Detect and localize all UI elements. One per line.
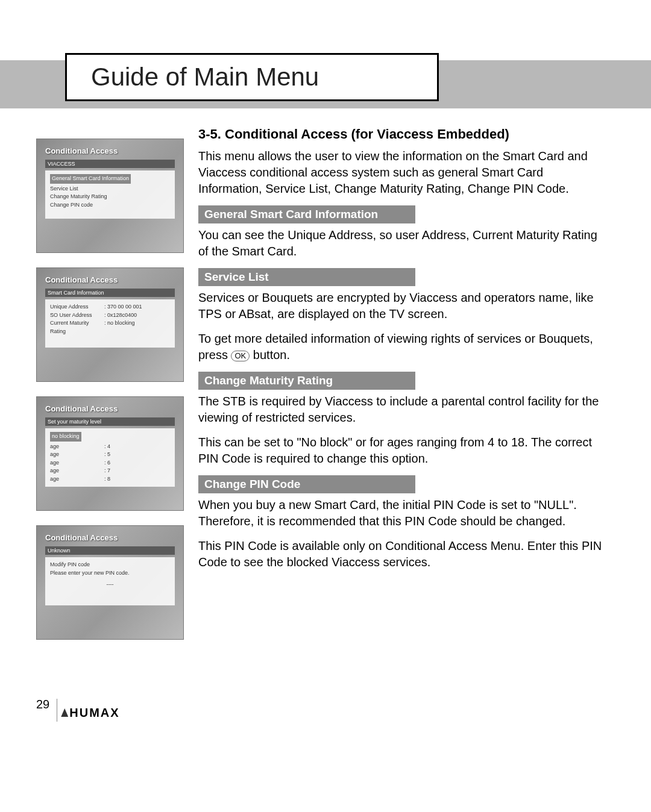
menu-item: General Smart Card Information — [50, 174, 131, 184]
screenshot-maturity-level: Conditional Access Set your maturity lev… — [36, 396, 184, 511]
screenshot-title: Conditional Access — [45, 146, 118, 155]
service-body1: Services or Bouquets are encrypted by Vi… — [198, 290, 609, 322]
subsection-general-banner: General Smart Card Information — [198, 205, 415, 223]
age-value: : 6 — [104, 459, 170, 467]
info-key: SO User Address — [50, 311, 104, 320]
pin-body1: When you buy a new Smart Card, the initi… — [198, 497, 609, 529]
screenshot-viaccess-menu: Conditional Access VIACCESS General Smar… — [36, 139, 184, 253]
pin-entry: ---- — [50, 581, 170, 589]
info-value: : no blocking — [104, 319, 170, 336]
general-body: You can see the Unique Address, so user … — [198, 227, 609, 260]
footer-divider — [57, 699, 57, 722]
screenshot-subtitle: Unknown — [45, 546, 175, 555]
menu-item: Change Maturity Rating — [50, 193, 107, 199]
age-key: age — [50, 451, 104, 459]
page-title: Guide of Main Menu — [91, 63, 319, 92]
age-key: age — [50, 467, 104, 475]
screenshot-body: Unique Address: 370 00 00 001 SO User Ad… — [45, 299, 175, 348]
screenshot-subtitle: VIACCESS — [45, 160, 175, 168]
screenshot-smartcard-info: Conditional Access Smart Card Informatio… — [36, 267, 184, 382]
ok-button-icon: OK — [231, 351, 250, 361]
page-number: 29 — [36, 698, 53, 711]
maturity-body1: The STB is required by Viaccess to inclu… — [198, 393, 609, 426]
info-key: Current Maturity Rating — [50, 319, 104, 336]
screenshot-body: Modify PIN code Please enter your new PI… — [45, 557, 175, 605]
title-box: Guide of Main Menu — [65, 53, 439, 101]
subsection-maturity-banner: Change Maturity Rating — [198, 372, 415, 390]
age-key: age — [50, 475, 104, 484]
screenshot-subtitle: Set your maturity level — [45, 417, 175, 426]
screenshot-title: Conditional Access — [45, 275, 118, 284]
pin-line: Modify PIN code — [50, 561, 170, 569]
screenshot-column: Conditional Access VIACCESS General Smar… — [36, 124, 184, 640]
age-value: : 7 — [104, 467, 170, 475]
age-key: age — [50, 443, 104, 451]
info-value: : 370 00 00 001 — [104, 303, 170, 311]
pin-body2: This PIN Code is available only on Condi… — [198, 538, 609, 570]
info-key: Unique Address — [50, 303, 104, 311]
screenshot-title: Conditional Access — [45, 404, 118, 413]
menu-item: Service List — [50, 186, 78, 192]
maturity-selected: no blocking — [50, 432, 81, 442]
footer: 29 HUMAX — [36, 698, 120, 722]
screenshot-pin-code: Conditional Access Unknown Modify PIN co… — [36, 525, 184, 640]
age-key: age — [50, 459, 104, 467]
menu-item: Change PIN code — [50, 202, 93, 208]
subsection-pin-banner: Change PIN Code — [198, 475, 415, 493]
pin-line: Please enter your new PIN code. — [50, 569, 170, 578]
age-value: : 4 — [104, 443, 170, 451]
main-text-column: 3-5. Conditional Access (for Viaccess Em… — [198, 124, 609, 640]
info-value: : 0x128c0400 — [104, 311, 170, 320]
brand-logo: HUMAX — [61, 698, 119, 720]
screenshot-title: Conditional Access — [45, 533, 118, 542]
section-heading: 3-5. Conditional Access (for Viaccess Em… — [198, 126, 609, 142]
age-value: : 8 — [104, 475, 170, 484]
service-body2: To get more detailed information of view… — [198, 331, 609, 363]
screenshot-body: General Smart Card Information Service L… — [45, 170, 175, 219]
age-value: : 5 — [104, 451, 170, 459]
subsection-service-banner: Service List — [198, 268, 415, 286]
intro-paragraph: This menu allows the user to view the in… — [198, 148, 609, 197]
maturity-body2: This can be set to "No block" or for age… — [198, 434, 609, 467]
screenshot-subtitle: Smart Card Information — [45, 289, 175, 297]
screenshot-body: no blocking age: 4 age: 5 age: 6 age: 7 … — [45, 428, 175, 487]
